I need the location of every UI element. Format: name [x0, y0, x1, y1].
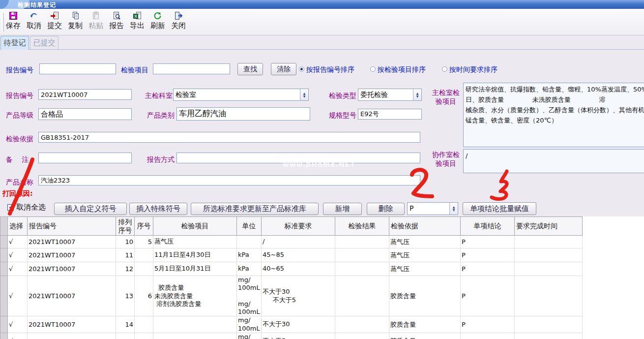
- cell-item[interactable]: [153, 316, 237, 333]
- search-item-input[interactable]: [153, 63, 230, 74]
- cell-unit[interactable]: mg/ 100mL mg/ 100mL: [237, 276, 262, 316]
- export-button[interactable]: X 导出: [129, 11, 146, 31]
- column-header-seq[interactable]: 序号: [135, 217, 153, 236]
- column-header-due[interactable]: 要求完成时间: [515, 217, 583, 236]
- cell-check[interactable]: √: [8, 316, 28, 333]
- uncheck-all-label[interactable]: 取消全选: [16, 203, 46, 212]
- cell-conclusion[interactable]: P: [461, 236, 515, 248]
- cell-std[interactable]: /: [262, 236, 335, 248]
- cell-std[interactable]: 不大于5: [262, 333, 335, 339]
- cell-due[interactable]: [515, 333, 583, 339]
- tab-pending[interactable]: 待登记: [0, 36, 29, 50]
- submit-button[interactable]: 提交: [46, 11, 63, 31]
- cell-unit[interactable]: mg/ 100mL: [237, 316, 262, 333]
- cell-seq[interactable]: 6: [135, 276, 153, 316]
- cell-conclusion[interactable]: P: [461, 276, 515, 316]
- cell-conclusion[interactable]: P: [461, 316, 515, 333]
- cell-result[interactable]: [335, 316, 389, 333]
- cell-basis[interactable]: 胶质含量: [389, 333, 461, 339]
- copy-button[interactable]: 复制: [67, 11, 84, 31]
- search-report-no-input[interactable]: [39, 63, 116, 74]
- main-dept-combo[interactable]: 检验室 ▲▼: [173, 89, 309, 101]
- cell-seq[interactable]: [135, 333, 153, 339]
- cell-seq[interactable]: [135, 262, 153, 276]
- test-basis-input[interactable]: [38, 132, 420, 143]
- spec-model-input[interactable]: [358, 109, 422, 120]
- cell-report_no[interactable]: 2021WT10007: [28, 248, 116, 262]
- cell-order_no[interactable]: 13: [116, 276, 135, 316]
- update-standard-library-button[interactable]: 所选标准要求更新至产品标准库: [191, 203, 319, 215]
- cell-std[interactable]: 不大于30 不大于5: [262, 276, 335, 316]
- clear-button[interactable]: 清除: [271, 63, 296, 75]
- remark-input[interactable]: [38, 153, 132, 163]
- sort-by-item-radio[interactable]: [370, 66, 376, 72]
- column-header-std[interactable]: 标准要求: [262, 217, 335, 236]
- cell-order_no[interactable]: 11: [116, 248, 135, 262]
- cell-unit[interactable]: kPa: [237, 248, 262, 262]
- column-header-order_no[interactable]: 排列 序号: [116, 217, 135, 236]
- cell-report_no[interactable]: 2021WT10007: [28, 262, 116, 276]
- insert-special-symbol-button[interactable]: 插入特殊符号: [129, 203, 187, 215]
- cell-order_no[interactable]: 15: [116, 333, 135, 339]
- cell-due[interactable]: [515, 262, 583, 276]
- cell-unit[interactable]: [237, 236, 262, 248]
- insert-custom-symbol-button[interactable]: 插入自定义符号: [54, 203, 127, 215]
- spinner-icon[interactable]: ▲▼: [449, 203, 458, 215]
- save-button[interactable]: 保存: [5, 11, 22, 31]
- cell-report_no[interactable]: 2021WT10007: [28, 316, 116, 333]
- cell-seq[interactable]: 5: [135, 236, 153, 248]
- cell-order_no[interactable]: 14: [116, 316, 135, 333]
- column-header-item[interactable]: 检验项目: [153, 217, 237, 236]
- spinner-icon[interactable]: ▲▼: [413, 89, 421, 100]
- product-category-input[interactable]: [176, 107, 310, 121]
- spinner-icon[interactable]: ▲▼: [300, 89, 308, 100]
- cell-std[interactable]: 不大于30: [262, 316, 335, 333]
- batch-conclusion-button[interactable]: 单项结论批量赋值: [463, 202, 536, 215]
- find-button[interactable]: 查找: [237, 63, 263, 75]
- cell-due[interactable]: [515, 276, 583, 316]
- cell-due[interactable]: [515, 248, 583, 262]
- cell-result[interactable]: [335, 333, 389, 339]
- uncheck-all-checkbox[interactable]: ✓: [7, 204, 14, 211]
- cell-order_no[interactable]: 10: [116, 236, 135, 248]
- cell-basis[interactable]: 胶质含量: [389, 276, 461, 316]
- close-button[interactable]: 关闭: [170, 11, 187, 31]
- cell-result[interactable]: [335, 248, 389, 262]
- coop-items-textarea[interactable]: /: [463, 149, 644, 173]
- cell-basis[interactable]: 胶质含量: [389, 316, 461, 333]
- cell-unit[interactable]: kPa: [237, 262, 262, 276]
- cell-report_no[interactable]: 2021WT10007: [28, 333, 116, 339]
- cell-item[interactable]: 11月1日至4月30日: [153, 248, 237, 262]
- tab-submitted[interactable]: 已提交: [30, 36, 59, 49]
- cell-check[interactable]: √: [8, 276, 28, 316]
- column-header-check[interactable]: 选择: [8, 217, 28, 236]
- cell-item[interactable]: 胶质含量 未洗胶质含量 溶剂洗胶质含量: [153, 276, 237, 316]
- column-header-basis[interactable]: 检验依据: [389, 217, 461, 236]
- sort-by-time-label[interactable]: 按时间要求排序: [449, 65, 498, 74]
- cell-conclusion[interactable]: P: [461, 262, 515, 276]
- cell-basis[interactable]: 蒸气压: [389, 248, 461, 262]
- cell-conclusion[interactable]: P: [461, 248, 515, 262]
- cell-item[interactable]: 5月1日至10月31日: [153, 262, 237, 276]
- cell-check[interactable]: √: [8, 333, 28, 339]
- column-header-conclusion[interactable]: 单项结论: [461, 217, 515, 236]
- cell-check[interactable]: √: [8, 262, 28, 276]
- sort-by-time-radio[interactable]: [442, 66, 447, 72]
- product-grade-input[interactable]: [38, 108, 132, 120]
- cell-report_no[interactable]: 2021WT10007: [28, 276, 116, 316]
- delete-row-button[interactable]: 删除: [367, 203, 405, 215]
- refresh-button[interactable]: 刷新: [149, 11, 166, 31]
- report-button[interactable]: 报告: [108, 11, 125, 31]
- product-name-input[interactable]: [38, 175, 420, 185]
- column-header-result[interactable]: 检验结果: [335, 217, 389, 236]
- column-header-report_no[interactable]: 报告编号: [28, 217, 116, 236]
- sort-by-report-no-radio[interactable]: [299, 66, 304, 72]
- cell-std[interactable]: 45~85: [262, 248, 335, 262]
- cell-due[interactable]: [515, 316, 583, 333]
- conclusion-select[interactable]: P ▲▼: [407, 202, 458, 215]
- cell-seq[interactable]: [135, 316, 153, 333]
- cell-check[interactable]: √: [8, 248, 28, 262]
- cell-unit[interactable]: mg/ 100mL: [237, 333, 262, 339]
- cell-std[interactable]: 40~65: [262, 262, 335, 276]
- main-items-textarea[interactable]: 研究法辛烷值、抗爆指数、铅含量、馏程、10%蒸发温度、50%蒸 日、胶质含量 未…: [463, 83, 644, 147]
